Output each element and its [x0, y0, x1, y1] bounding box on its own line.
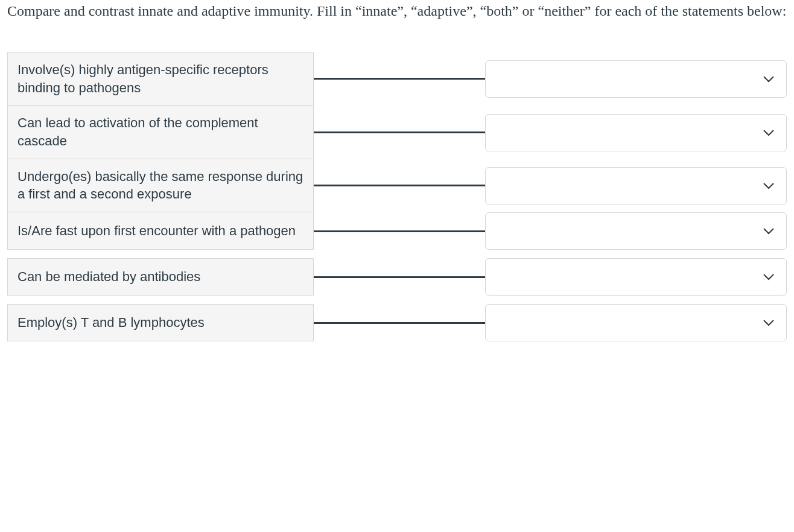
- answer-select-5[interactable]: [485, 304, 787, 341]
- answer-col: [485, 52, 787, 106]
- select-value: [495, 127, 758, 139]
- match-row: Undergo(es) basically the same response …: [7, 159, 787, 212]
- connector-line: [314, 258, 485, 296]
- connector-line: [314, 106, 485, 159]
- answer-col: [485, 258, 787, 296]
- match-row: Is/Are fast upon first encounter with a …: [7, 212, 787, 250]
- answer-select-1[interactable]: [485, 114, 787, 151]
- match-row: Can lead to activation of the complement…: [7, 106, 787, 159]
- chevron-down-icon: [762, 224, 775, 238]
- chevron-down-icon: [762, 179, 775, 192]
- prompt-text: Involve(s) highly antigen-specific recep…: [17, 61, 303, 97]
- connector-line: [314, 52, 485, 106]
- prompt-text: Employ(s) T and B lymphocytes: [17, 314, 205, 332]
- answer-select-4[interactable]: [485, 258, 787, 296]
- select-value: [495, 225, 758, 237]
- prompt-box-4: Can be mediated by antibodies: [7, 258, 314, 296]
- question-prompt: Compare and contrast innate and adaptive…: [7, 0, 787, 22]
- prompt-text: Is/Are fast upon first encounter with a …: [17, 222, 296, 240]
- prompt-box-3: Is/Are fast upon first encounter with a …: [7, 212, 314, 250]
- answer-col: [485, 159, 787, 212]
- match-row: Can be mediated by antibodies: [7, 258, 787, 296]
- select-value: [495, 317, 758, 329]
- answer-col: [485, 304, 787, 341]
- answer-select-3[interactable]: [485, 212, 787, 250]
- prompt-text: Can lead to activation of the complement…: [17, 114, 303, 150]
- answer-col: [485, 212, 787, 250]
- connector-line: [314, 304, 485, 341]
- question-container: Compare and contrast innate and adaptive…: [0, 0, 794, 353]
- chevron-down-icon: [762, 72, 775, 86]
- line: [314, 78, 485, 80]
- line: [314, 230, 485, 232]
- connector-line: [314, 159, 485, 212]
- answer-col: [485, 106, 787, 159]
- line: [314, 185, 485, 186]
- prompt-text: Can be mediated by antibodies: [17, 268, 200, 286]
- prompt-box-0: Involve(s) highly antigen-specific recep…: [7, 52, 314, 106]
- chevron-down-icon: [762, 316, 775, 329]
- select-value: [495, 271, 758, 283]
- line: [314, 276, 485, 278]
- connector-line: [314, 212, 485, 250]
- select-value: [495, 180, 758, 192]
- chevron-down-icon: [762, 126, 775, 139]
- answer-select-0[interactable]: [485, 60, 787, 98]
- line: [314, 131, 485, 133]
- line: [314, 322, 485, 324]
- match-row: Involve(s) highly antigen-specific recep…: [7, 52, 787, 106]
- chevron-down-icon: [762, 270, 775, 283]
- match-row: Employ(s) T and B lymphocytes: [7, 304, 787, 341]
- prompt-box-2: Undergo(es) basically the same response …: [7, 159, 314, 212]
- prompt-text: Undergo(es) basically the same response …: [17, 168, 303, 203]
- prompt-box-5: Employ(s) T and B lymphocytes: [7, 304, 314, 341]
- prompt-box-1: Can lead to activation of the complement…: [7, 106, 314, 159]
- select-value: [495, 73, 758, 85]
- answer-select-2[interactable]: [485, 167, 787, 204]
